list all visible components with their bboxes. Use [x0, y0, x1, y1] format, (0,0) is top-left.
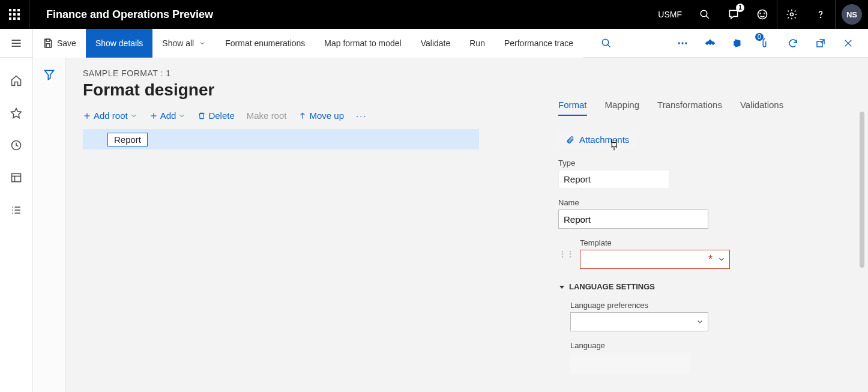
caret-down-icon: [558, 283, 565, 291]
svg-line-22: [607, 44, 610, 47]
language-pref-label: Language preferences: [570, 301, 822, 310]
app-launcher-button[interactable]: [0, 0, 29, 29]
messages-badge: 1: [736, 4, 744, 12]
run-label: Run: [469, 38, 485, 48]
run-button[interactable]: Run: [460, 29, 495, 58]
global-topbar: Finance and Operations Preview USMF 1 NS: [0, 0, 868, 29]
tree-overflow-icon[interactable]: ···: [356, 110, 367, 121]
chevron-down-icon: [717, 255, 726, 264]
svg-point-9: [701, 10, 707, 17]
delete-button[interactable]: Delete: [197, 110, 234, 121]
svg-rect-1: [13, 9, 16, 11]
template-label: Template: [580, 238, 822, 247]
messages-icon[interactable]: 1: [719, 0, 748, 29]
show-details-button[interactable]: Show details: [86, 29, 152, 58]
language-pref-select[interactable]: [570, 312, 708, 331]
add-button[interactable]: Add: [149, 110, 186, 121]
drag-handle-icon[interactable]: ⋮⋮: [558, 249, 574, 259]
tree-row-selected[interactable]: Report: [83, 129, 479, 149]
attachments-button[interactable]: Attachments: [558, 130, 637, 149]
modules-icon[interactable]: [5, 199, 27, 221]
company-label[interactable]: USMF: [649, 0, 690, 29]
perf-trace-label: Performance trace: [504, 38, 573, 48]
validate-label: Validate: [421, 38, 451, 48]
workspace: SAMPLE FORMAT : 1 Format designer Add ro…: [0, 58, 868, 392]
delete-label: Delete: [208, 110, 234, 121]
svg-rect-4: [13, 13, 16, 16]
name-label: Name: [558, 198, 822, 207]
svg-rect-0: [9, 9, 11, 11]
tree-node-label: Report: [107, 133, 148, 146]
recent-icon[interactable]: [5, 134, 27, 156]
popout-icon[interactable]: [809, 32, 832, 55]
format-enumerations-button[interactable]: Format enumerations: [215, 29, 315, 58]
favorites-icon[interactable]: [5, 102, 27, 124]
make-root-button: Make root: [247, 110, 287, 121]
show-details-label: Show details: [95, 38, 143, 48]
svg-point-14: [791, 13, 794, 16]
svg-rect-3: [9, 13, 11, 16]
office-icon[interactable]: [726, 32, 749, 55]
refresh-icon[interactable]: [782, 32, 804, 55]
svg-point-11: [758, 10, 767, 19]
make-root-label: Make root: [247, 110, 287, 121]
details-pane: Format Mapping Transformations Validatio…: [558, 100, 822, 374]
svg-rect-8: [17, 17, 20, 20]
breadcrumb: SAMPLE FORMAT : 1: [83, 68, 851, 78]
paperclip-icon: [566, 136, 574, 144]
validate-button[interactable]: Validate: [411, 29, 460, 58]
map-format-label: Map format to model: [324, 38, 401, 48]
scrollbar-thumb[interactable]: [860, 112, 864, 268]
close-icon[interactable]: [837, 32, 860, 55]
user-avatar[interactable]: NS: [842, 4, 862, 25]
add-root-button[interactable]: Add root: [83, 110, 137, 121]
divider: [835, 0, 836, 29]
tab-transformations[interactable]: Transformations: [657, 100, 722, 116]
attachments-label: Attachments: [579, 134, 629, 145]
performance-trace-button[interactable]: Performance trace: [495, 29, 583, 58]
svg-rect-19: [46, 39, 50, 41]
svg-rect-2: [17, 9, 20, 11]
attachments-count-icon[interactable]: 0: [754, 32, 777, 55]
svg-marker-33: [11, 109, 22, 118]
connector-icon[interactable]: [699, 32, 722, 55]
action-search-icon[interactable]: [595, 32, 618, 55]
map-format-button[interactable]: Map format to model: [315, 29, 411, 58]
svg-point-21: [602, 39, 609, 46]
filter-icon[interactable]: [43, 68, 55, 392]
add-root-label: Add root: [94, 110, 128, 121]
feedback-icon[interactable]: [748, 0, 777, 29]
attachments-badge: 0: [755, 33, 764, 41]
template-select[interactable]: *: [580, 250, 730, 269]
home-icon[interactable]: [5, 70, 27, 91]
tab-validations[interactable]: Validations: [740, 100, 783, 116]
svg-rect-7: [13, 17, 16, 20]
add-label: Add: [160, 110, 176, 121]
show-all-button[interactable]: Show all: [152, 29, 215, 58]
tab-format[interactable]: Format: [558, 100, 587, 116]
overflow-menu-icon[interactable]: [671, 32, 694, 55]
svg-rect-6: [9, 17, 11, 20]
help-icon[interactable]: [806, 0, 835, 29]
svg-line-10: [706, 16, 709, 19]
move-up-label: Move up: [309, 110, 344, 121]
app-title: Finance and Operations Preview: [29, 8, 213, 21]
language-settings-header[interactable]: LANGUAGE SETTINGS: [558, 282, 822, 291]
settings-icon[interactable]: [777, 0, 806, 29]
type-value: Report: [558, 170, 669, 188]
type-label: Type: [558, 158, 822, 167]
svg-marker-44: [45, 70, 54, 79]
save-button[interactable]: Save: [33, 29, 86, 58]
chevron-down-icon: [696, 318, 704, 326]
language-settings-label: LANGUAGE SETTINGS: [569, 282, 655, 291]
filter-rail: [33, 58, 66, 392]
svg-point-23: [678, 42, 680, 44]
workspaces-icon[interactable]: [5, 167, 27, 188]
search-icon[interactable]: [690, 0, 719, 29]
name-field[interactable]: [558, 210, 708, 229]
required-star-icon: *: [708, 256, 713, 262]
nav-toggle-button[interactable]: [0, 29, 33, 58]
svg-marker-50: [559, 286, 564, 289]
move-up-button[interactable]: Move up: [298, 110, 344, 121]
tab-mapping[interactable]: Mapping: [605, 100, 640, 116]
